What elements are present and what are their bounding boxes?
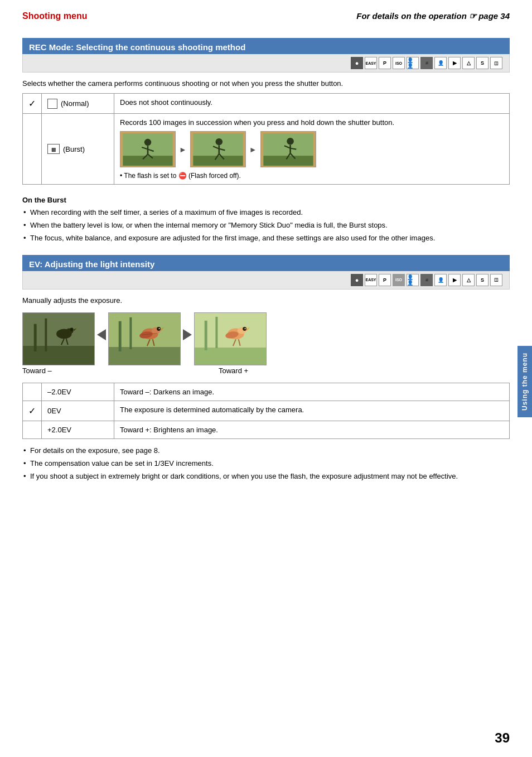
svg-rect-9	[193, 156, 243, 166]
svg-rect-26	[34, 324, 37, 351]
svg-point-41	[159, 328, 160, 329]
burst-note-3: The focus, white balance, and exposure a…	[22, 233, 510, 243]
flash-icon: ⛔	[178, 172, 187, 180]
burst-img-2	[190, 131, 246, 167]
ev-desc-plus: Toward +: Brightens an image.	[114, 421, 510, 438]
burst-desc-text: Records 100 images in succession when yo…	[120, 118, 504, 127]
ev-desc-zero: The exposure is determined automatically…	[114, 401, 510, 421]
side-tab: Using the menu	[518, 346, 532, 417]
right-arrow-icon	[183, 329, 192, 340]
burst-notes: On the Burst When recording with the sel…	[22, 196, 510, 244]
icon-p: P	[379, 57, 391, 69]
burst-text: (Burst)	[63, 145, 85, 153]
icon-easy: EASY	[365, 57, 377, 69]
ev-note-2: The compensation value can be set in 1/3…	[22, 459, 510, 469]
section-title-left: Shooting menu	[22, 11, 87, 21]
svg-rect-36	[119, 321, 122, 351]
svg-point-53	[243, 327, 246, 331]
ev-icon-iso: ISO	[393, 274, 405, 286]
section-title-right: For details on the operation ☞ page 34	[356, 11, 510, 21]
ev-notes-list: For details on the exposure, see page 8.…	[22, 446, 510, 482]
burst-desc: Records 100 images in succession when yo…	[114, 114, 510, 185]
page-number: 39	[495, 730, 510, 746]
ev-note-1: For details on the exposure, see page 8.	[22, 446, 510, 456]
svg-rect-27	[45, 318, 47, 351]
ev-label-toward-plus: Toward +	[219, 367, 248, 375]
icon-iso: ISO	[393, 57, 405, 69]
burst-note-1: When recording with the self timer, a se…	[22, 208, 510, 218]
check-burst	[23, 114, 42, 185]
ev-icon-camera: ●	[351, 274, 363, 286]
left-arrow-icon	[97, 329, 106, 340]
ev-section-title: EV: Adjusting the light intensity	[29, 259, 503, 269]
normal-icon	[47, 99, 57, 109]
ev-intro: Manually adjusts the exposure.	[22, 296, 510, 305]
ev-dark-svg	[23, 313, 94, 365]
rec-mode-body: Selects whether the camera performs cont…	[22, 79, 510, 185]
normal-desc: Does not shoot continuously.	[114, 94, 510, 114]
burst-arrow-2: ►	[249, 145, 257, 154]
ev-options-table-wrapper: –2.0EV Toward –: Darkens an image. ✓ 0EV…	[22, 383, 510, 439]
ev-icon-d: ▶	[448, 274, 461, 286]
ev-images-row	[22, 312, 510, 365]
ev-section-icons: ● EASY P ISO 👤👤 ◾ 👤 ▶ △ S ◫	[22, 271, 510, 290]
icon-s: S	[476, 57, 489, 69]
burst-img-1-svg	[123, 133, 173, 166]
checkmark-icon: ✓	[28, 99, 36, 108]
table-row-burst: ▩ (Burst) Records 100 images in successi…	[23, 114, 510, 185]
svg-rect-1	[123, 156, 172, 166]
burst-img-3	[260, 131, 316, 167]
ev-photo-bright	[194, 312, 267, 365]
ev-arrow-left	[97, 329, 106, 348]
icon-sunset: △	[462, 57, 475, 69]
ev-bright-svg	[195, 313, 266, 365]
ev-options-table: –2.0EV Toward –: Darkens an image. ✓ 0EV…	[22, 383, 510, 439]
ev-check-zero: ✓	[23, 401, 42, 421]
rec-mode-title: REC Mode: Selecting the continuous shoot…	[29, 42, 503, 52]
icon-person: 👤	[434, 57, 447, 69]
page-header: Shooting menu For details on the operati…	[22, 11, 510, 21]
burst-note-2: When the battery level is low, or when t…	[22, 220, 510, 230]
ev-icon-m: ◾	[420, 274, 433, 286]
ev-label-toward-minus: Toward –	[22, 367, 95, 375]
svg-point-54	[245, 328, 246, 329]
burst-flash-note: • The flash is set to ⛔ (Flash forced of…	[120, 172, 504, 180]
ev-icon-s: S	[476, 274, 489, 286]
ev-note-3: If you shoot a subject in extremely brig…	[22, 471, 510, 481]
svg-point-18	[287, 138, 293, 144]
burst-arrow-1: ►	[179, 145, 187, 154]
burst-label: ▩ (Burst)	[47, 144, 108, 154]
icon-grid: ◫	[490, 57, 502, 69]
ev-icon-person: 👤	[434, 274, 447, 286]
icon-m: ◾	[420, 57, 433, 69]
ev-label-spacer3	[197, 367, 214, 375]
ev-labels-row: Toward – Toward +	[22, 367, 510, 375]
svg-point-2	[144, 138, 151, 145]
ev-icon-p: P	[379, 274, 391, 286]
burst-icon: ▩	[47, 144, 60, 154]
normal-label: (Normal)	[47, 99, 108, 109]
ev-value-plus: +2.0EV	[42, 421, 114, 438]
burst-notes-list: When recording with the self timer, a se…	[22, 208, 510, 244]
ev-label-spacer1	[99, 367, 116, 375]
ev-normal-svg	[109, 313, 180, 365]
table-row-normal: ✓ (Normal) Does not shoot continuously.	[23, 94, 510, 114]
burst-notes-title: On the Burst	[22, 196, 510, 204]
ev-section-header: EV: Adjusting the light intensity	[22, 255, 510, 271]
svg-rect-37	[129, 317, 132, 349]
icon-camera: ●	[351, 57, 363, 69]
rec-mode-header: REC Mode: Selecting the continuous shoot…	[22, 38, 510, 54]
ev-desc-minus: Toward –: Darkens an image.	[114, 383, 510, 401]
ev-photo-normal	[108, 312, 181, 365]
ev-icon-easy: EASY	[365, 274, 377, 286]
ev-value-zero: 0EV	[42, 401, 114, 421]
burst-img-2-svg	[193, 133, 243, 166]
ev-checkmark: ✓	[28, 406, 36, 416]
icon-portrait: 👤👤	[407, 57, 419, 69]
svg-point-30	[70, 327, 74, 331]
icon-d: ▶	[448, 57, 461, 69]
ev-icon-grid: ◫	[490, 274, 502, 286]
svg-rect-49	[205, 320, 207, 350]
ev-icon-sunset: △	[462, 274, 475, 286]
rec-mode-table: ✓ (Normal) Does not shoot continuously.	[22, 93, 510, 185]
